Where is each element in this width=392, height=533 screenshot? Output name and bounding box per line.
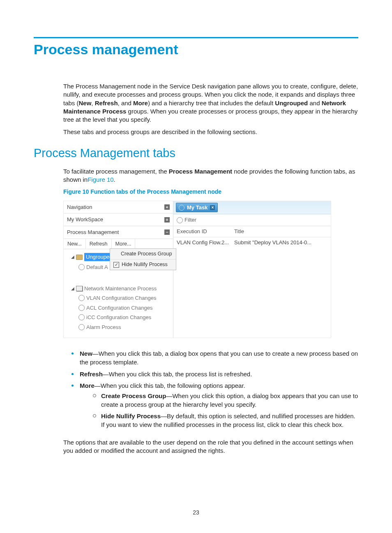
li-more-text: —When you click this tab, the following …: [95, 382, 245, 389]
nav-header: Navigation «: [64, 201, 173, 214]
cell-execution-id: VLAN Config Flow.2...: [177, 239, 234, 246]
intro-bold-refresh: Refresh: [95, 100, 118, 107]
grid-header: Execution ID Title: [173, 226, 331, 237]
intro-bold-more: More: [133, 100, 148, 107]
li-hnp-bold: Hide Nullify Process: [101, 412, 161, 419]
more-sub-list: Create Process Group—When you click this…: [92, 392, 358, 433]
process-icon: [78, 295, 85, 301]
tree-nmp[interactable]: ◢ Network Maintenance Process: [66, 284, 171, 294]
process-icon: [78, 314, 85, 320]
intro-paragraph-2: These tabs and process groups are descri…: [63, 128, 358, 136]
tree-alarm-label: Alarm Process: [86, 324, 121, 331]
tab-my-task-label: My Task: [187, 204, 208, 211]
cell-title: Submit "Deploy VLANs 2014-0...: [234, 239, 327, 246]
tree-icc[interactable]: iCC Configuration Changes: [66, 313, 171, 322]
page-title: Process management: [34, 42, 358, 58]
close-tab-icon[interactable]: ×: [210, 205, 215, 210]
figure-caption: Figure 10 Function tabs of the Process M…: [63, 188, 358, 196]
filter-row[interactable]: Filter: [173, 214, 331, 226]
section-title: Process Management tabs: [34, 146, 358, 160]
menu-create-process-group-label: Create Process Group: [121, 250, 172, 257]
li-cpg-bold: Create Process Group: [101, 392, 166, 399]
li-refresh-text: —When you click this tab, the process li…: [103, 371, 252, 378]
expand-icon[interactable]: +: [164, 217, 170, 222]
filter-label: Filter: [184, 216, 196, 224]
figure-10: Navigation « My WorkSpace + Process Mana…: [63, 201, 331, 338]
tree-vlan[interactable]: VLAN Configuration Changes: [66, 293, 171, 303]
list-item: Hide Nullify Process—By default, this op…: [92, 412, 358, 432]
menu-create-process-group[interactable]: Create Process Group: [110, 249, 176, 259]
nav-process-management[interactable]: Process Management –: [64, 226, 173, 239]
tree-expand-icon: ◢: [71, 254, 74, 260]
checkbox-icon[interactable]: ✓: [113, 262, 119, 268]
list-item: More—When you click this tab, the follow…: [67, 382, 358, 436]
li-more-bold: More: [80, 382, 95, 389]
process-icon: [78, 264, 85, 270]
page-number: 23: [0, 509, 392, 516]
list-item: Create Process Group—When you click this…: [92, 392, 358, 412]
tree-default-a-label: Default A: [86, 264, 108, 271]
tabs-description-list: New—When you click this tab, a dialog bo…: [67, 350, 358, 436]
tab-my-task[interactable]: My Task ×: [176, 203, 218, 213]
task-icon: [179, 205, 184, 211]
nav-tree: Create Process Group ✓ Hide Nullify Proc…: [64, 249, 173, 338]
top-rule: [34, 37, 358, 38]
nav-workspace-label: My WorkSpace: [67, 216, 103, 223]
tree-expand-icon: ◢: [71, 286, 74, 292]
figure-10-link[interactable]: Figure 10: [88, 176, 113, 183]
list-item: Refresh—When you click this tab, the pro…: [67, 370, 358, 382]
closing-paragraph: The options that are available to the us…: [63, 438, 358, 455]
collapse-nav-icon[interactable]: «: [164, 204, 170, 210]
li-new-text: —When you click this tab, a dialog box o…: [80, 350, 358, 366]
filter-icon: [177, 217, 183, 223]
tree-icc-label: iCC Configuration Changes: [86, 314, 151, 321]
tree-acl[interactable]: ACL Configuration Changes: [66, 303, 171, 313]
col-execution-id[interactable]: Execution ID: [177, 228, 234, 235]
nav-title: Navigation: [67, 204, 92, 211]
folder-icon: [76, 255, 83, 260]
intro-paragraph-1: The Process Management node in the Servi…: [63, 82, 358, 124]
menu-hide-nullify-process[interactable]: ✓ Hide Nullify Process: [110, 259, 176, 270]
table-row[interactable]: VLAN Config Flow.2... Submit "Deploy VLA…: [173, 237, 331, 248]
pm-tabs-row: New... Refresh More...: [64, 239, 173, 250]
more-context-menu: Create Process Group ✓ Hide Nullify Proc…: [110, 248, 176, 270]
tabs-intro: To facilitate process management, the Pr…: [63, 167, 358, 184]
li-new-bold: New: [80, 350, 92, 357]
refresh-tab-button[interactable]: Refresh: [86, 239, 112, 249]
navigation-pane: Navigation « My WorkSpace + Process Mana…: [64, 201, 173, 338]
nav-workspace[interactable]: My WorkSpace +: [64, 213, 173, 226]
tree-vlan-label: VLAN Configuration Changes: [86, 294, 157, 302]
tabs-intro-bold: Process Management: [169, 168, 232, 175]
content-tab-bar: My Task ×: [173, 201, 331, 215]
content-pane: My Task × Filter Execution ID Title VLAN…: [173, 201, 331, 338]
more-tab-button[interactable]: More...: [112, 239, 136, 249]
tree-nmp-label: Network Maintenance Process: [84, 285, 157, 292]
new-tab-button[interactable]: New...: [64, 239, 86, 249]
li-refresh-bold: Refresh: [80, 371, 103, 378]
intro-bold-new: New: [79, 100, 92, 107]
nav-pm-label: Process Management: [67, 229, 119, 236]
menu-hide-nullify-label: Hide Nullify Process: [122, 261, 168, 268]
process-icon: [78, 324, 85, 330]
group-icon: [76, 286, 83, 291]
tree-acl-label: ACL Configuration Changes: [86, 304, 152, 312]
process-icon: [78, 305, 85, 311]
collapse-icon[interactable]: –: [164, 229, 170, 235]
col-title[interactable]: Title: [234, 228, 327, 235]
tree-alarm[interactable]: Alarm Process: [66, 322, 171, 332]
list-item: New—When you click this tab, a dialog bo…: [67, 350, 358, 370]
intro-bold-ungrouped: Ungrouped: [275, 100, 308, 107]
